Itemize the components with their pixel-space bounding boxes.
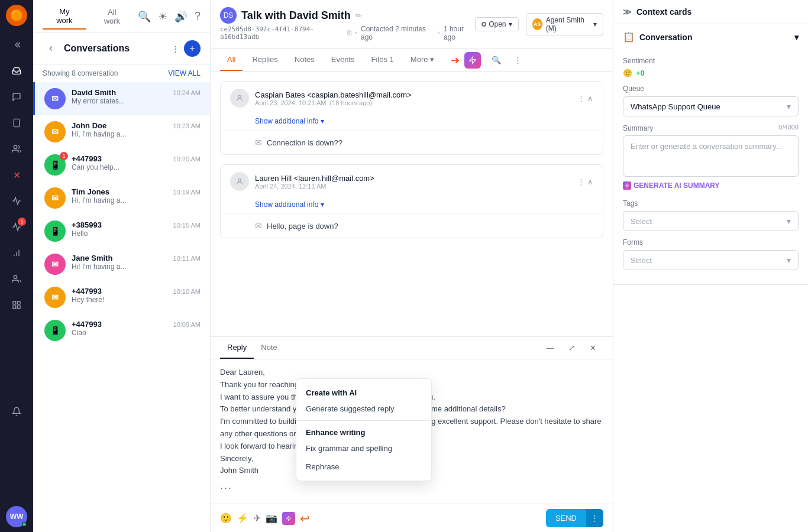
message-avatar [230,89,249,108]
conversation-list-item[interactable]: 📱 +447993 10:09 AM Ciao [33,314,210,347]
conversation-list-item[interactable]: ✉ Jane Smith 10:11 AM Hi! I'm having a..… [33,248,210,281]
conversation-list-item[interactable]: ✉ +447993 10:10 AM Hey there! [33,281,210,314]
nav-icon-analytics[interactable]: 1 [5,215,28,239]
svg-point-2 [14,145,17,148]
reply-tab-note[interactable]: Note [254,337,284,359]
expand-reply-icon[interactable]: ⤢ [563,340,580,356]
conversation-list-item[interactable]: ✉ Tim Jones 10:19 AM Hi, I'm having a... [33,181,210,215]
nav-icon-reports[interactable] [5,189,28,213]
ai-button[interactable] [464,52,481,69]
tab-mywork[interactable]: My work [43,4,86,30]
nav-icon-x[interactable]: ✕ [5,163,28,187]
conversation-list-item[interactable]: ✉ David Smith 10:24 AM My error states..… [33,82,210,115]
conv-avatar: ✉ [44,121,66,142]
search-icon[interactable]: 🔍 [138,10,151,23]
forms-dropdown[interactable]: Select ▾ [623,250,799,270]
user-avatar[interactable]: WW [6,506,27,527]
email-icon: ✉ [255,138,262,147]
ai-fix-grammar-option[interactable]: Fix grammar and spelling [296,439,431,458]
close-reply-icon[interactable]: ✕ [584,340,601,356]
nav-icon-chat[interactable] [5,85,28,109]
brightness-icon[interactable]: ☀ [158,10,167,23]
agent-dropdown[interactable]: AS Agent Smith (M) ▾ [526,13,604,35]
nav-icon-inbox[interactable] [5,59,28,83]
ai-rephrase-option[interactable]: Rephrase [296,458,431,476]
tab-replies[interactable]: Replies [245,49,285,71]
context-panel-header: ≫ Context cards [613,0,808,24]
expand-context-icon[interactable]: ≫ [623,7,632,17]
conversation-list-item[interactable]: ✉ John Doe 10:23 AM Hi, I'm having a... [33,115,210,148]
conv-info: +385993 10:15 AM Hello [72,220,201,242]
send-more-button[interactable]: ⋮ [586,509,603,527]
paper-plane-icon[interactable]: ✈ [253,512,261,524]
conversation-list-item[interactable]: 📱 +385993 10:15 AM Hello [33,215,210,248]
context-section-header[interactable]: 📋 Conversation ▾ [613,24,808,50]
tab-allwork[interactable]: All work [91,4,133,29]
status-label: Open [489,20,506,28]
copy-id-icon[interactable]: ⎘ [347,29,351,37]
message-more-icon-2[interactable]: ⋮ [577,177,585,186]
tab-files[interactable]: Files 1 [364,49,401,71]
message-body: ✉ Connection is down?? [221,130,603,154]
sidebar-collapse-btn[interactable] [43,40,59,57]
nav-icon-contacts[interactable] [5,137,28,161]
queue-dropdown[interactable]: WhatsApp Support Queue ▾ [623,96,799,116]
summary-input[interactable]: Enter or generate a conversation summary… [623,135,799,177]
tab-notes[interactable]: Notes [287,49,322,71]
reply-tab-reply[interactable]: Reply [220,337,254,359]
tab-more[interactable]: More ▾ [403,49,441,71]
send-button[interactable]: SEND [546,509,586,527]
nav-icon-notifications[interactable] [5,400,28,423]
video-icon[interactable]: 📷 [266,512,277,524]
conv-time: 10:10 AM [173,288,201,295]
conv-time: 10:19 AM [173,189,201,196]
emoji-icon[interactable]: 🙂 [220,512,232,524]
conv-preview: Ciao [72,329,201,337]
show-additional-info-btn-2[interactable]: Show additional info ▾ [255,200,593,209]
generate-ai-btn[interactable]: GENERATE AI SUMMARY [623,181,799,190]
add-conversation-btn[interactable]: + [184,40,201,57]
tags-dropdown[interactable]: Select ▾ [623,211,799,231]
conversation-list: ✉ David Smith 10:24 AM My error states..… [33,82,210,532]
conv-time: 10:15 AM [173,222,201,229]
reply-arrow-icon[interactable]: ↩ [300,511,310,525]
view-all-btn[interactable]: VIEW ALL [168,69,201,77]
search-messages-icon[interactable]: 🔍 [488,52,505,69]
lightning-icon[interactable]: ⚡ [237,512,248,524]
tab-events[interactable]: Events [324,49,362,71]
message-collapse-icon[interactable]: ∧ [587,94,593,103]
edit-icon[interactable]: ✏ [355,11,362,20]
email-channel-icon: ✉ [51,127,59,137]
ai-generate-reply-option[interactable]: Generate suggested reply [296,400,431,418]
svg-rect-10 [13,306,16,309]
nav-icon-collapse[interactable] [5,33,28,57]
more-options-icon[interactable]: ⋮ [172,44,179,53]
conv-preview: Hi, I'm having a... [72,196,201,205]
message-sender-info-2: Lauren Hill <lauren.hill@mail.com> April… [255,174,571,190]
conv-avatar-wrapper: ✉ [44,121,66,142]
volume-icon[interactable]: 🔊 [174,10,188,23]
nav-icon-settings[interactable] [5,293,28,317]
status-dropdown[interactable]: Open ▾ [475,17,518,31]
message-collapse-icon-2[interactable]: ∧ [587,177,593,186]
tags-placeholder: Select [631,217,652,226]
minimize-reply-icon[interactable]: — [542,340,558,356]
tab-all[interactable]: All [220,49,243,71]
nav-icon-team[interactable] [5,267,28,291]
conv-info: +447993 10:20 AM Can you help... [72,154,201,176]
more-actions-icon[interactable]: ⋮ [509,52,526,69]
conv-info: John Doe 10:23 AM Hi, I'm having a... [72,121,201,142]
nav-icon-phone[interactable] [5,111,28,135]
message-show-info-2: Show additional info ▾ [221,198,603,213]
conversation-list-item[interactable]: 📱 1 +447993 10:20 AM Can you help... [33,148,210,181]
conv-info: +447993 10:09 AM Ciao [72,320,201,341]
conv-avatar-wrapper: ✉ [44,187,66,209]
nav-icon-growth[interactable] [5,241,28,265]
help-icon[interactable]: ? [195,10,201,23]
forms-placeholder: Select [631,256,652,265]
app-logo[interactable]: 🟠 [6,5,27,26]
show-additional-info-btn[interactable]: Show additional info ▾ [255,117,593,125]
ai-toolbar-btn[interactable] [282,512,295,525]
conv-name-row: Tim Jones 10:19 AM [72,187,201,196]
message-more-icon[interactable]: ⋮ [577,94,585,103]
